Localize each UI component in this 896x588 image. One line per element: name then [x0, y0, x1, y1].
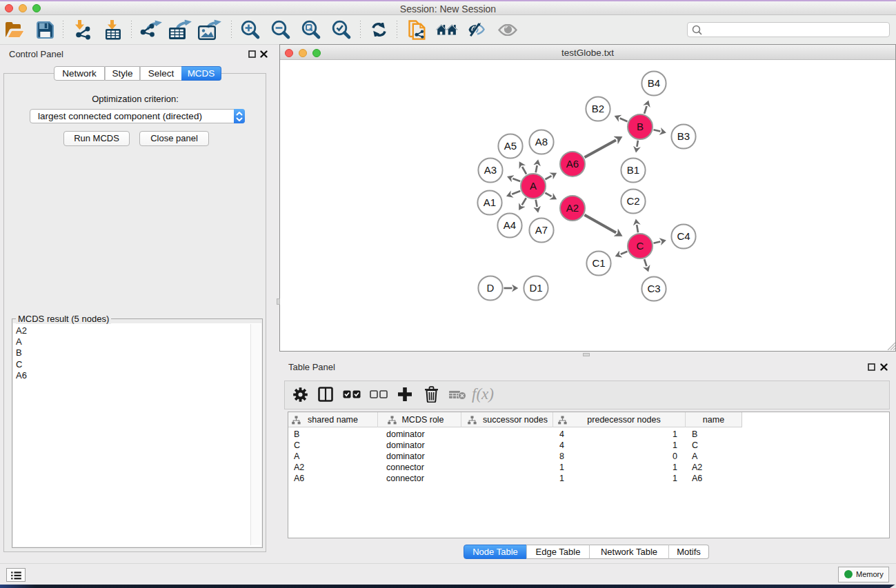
svg-text:C3: C3 — [647, 283, 660, 294]
svg-text:B1: B1 — [627, 164, 639, 176]
svg-text:A3: A3 — [484, 164, 497, 176]
svg-text:A5: A5 — [504, 140, 517, 152]
svg-text:C: C — [637, 240, 644, 252]
svg-text:A4: A4 — [504, 219, 516, 231]
svg-text:A: A — [530, 180, 537, 192]
svg-text:B3: B3 — [677, 130, 690, 142]
svg-text:C2: C2 — [626, 195, 639, 207]
svg-text:A8: A8 — [535, 136, 548, 148]
svg-text:A7: A7 — [535, 224, 548, 236]
svg-text:A2: A2 — [566, 202, 579, 214]
svg-text:B4: B4 — [648, 77, 660, 89]
svg-text:C4: C4 — [677, 230, 690, 242]
svg-text:B2: B2 — [592, 103, 604, 114]
svg-text:B: B — [637, 121, 644, 132]
svg-text:C1: C1 — [592, 257, 605, 269]
svg-text:A6: A6 — [566, 158, 579, 170]
svg-text:D: D — [487, 282, 495, 294]
svg-text:A1: A1 — [484, 196, 496, 208]
svg-text:D1: D1 — [529, 282, 542, 294]
